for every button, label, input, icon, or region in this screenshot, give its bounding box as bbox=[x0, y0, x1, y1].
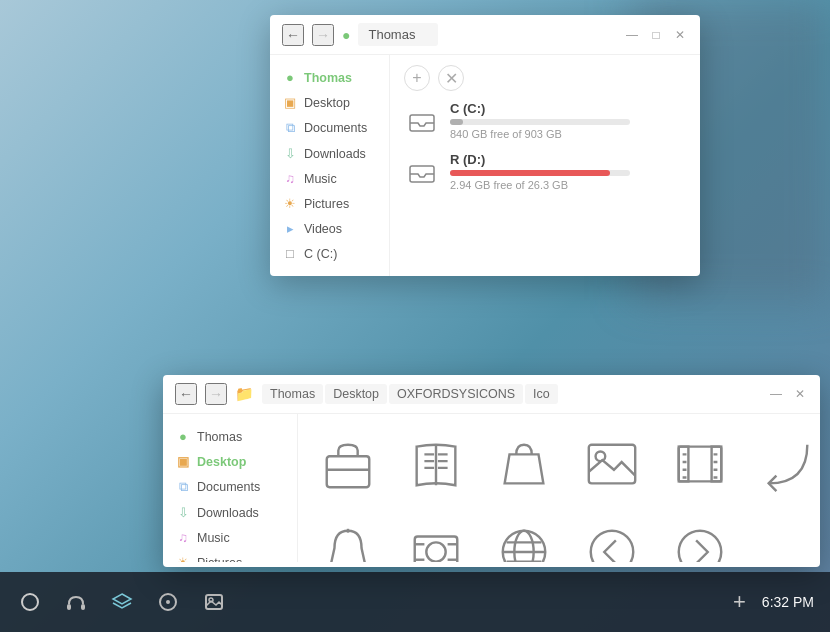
downloads-icon-b: ⇩ bbox=[175, 505, 191, 520]
forward-button[interactable]: → bbox=[312, 24, 334, 46]
icon-cell-arrow-right[interactable] bbox=[660, 512, 740, 562]
breadcrumb-items: Thomas Desktop OXFORDSYSICONS Ico bbox=[262, 384, 760, 404]
drive-c-bar-bg bbox=[450, 119, 630, 125]
svg-point-45 bbox=[591, 531, 634, 562]
svg-point-41 bbox=[514, 531, 533, 562]
titlebar-bottom: ← → 📁 Thomas Desktop OXFORDSYSICONS Ico … bbox=[163, 375, 820, 414]
svg-rect-19 bbox=[589, 445, 635, 484]
icon-cell-book[interactable] bbox=[396, 424, 476, 504]
icon-cell-filmstrip[interactable] bbox=[660, 424, 740, 504]
icon-cell-arrow-left[interactable] bbox=[572, 512, 652, 562]
main-content-bottom bbox=[298, 414, 820, 562]
breadcrumb-desktop[interactable]: Desktop bbox=[325, 384, 387, 404]
icon-cell-arrow-curve[interactable] bbox=[748, 424, 820, 504]
drive-c-name: C (C:) bbox=[450, 101, 686, 116]
taskbar-headphones-icon[interactable] bbox=[62, 588, 90, 616]
icon-cell-landscape[interactable] bbox=[572, 424, 652, 504]
drive-c-info: C (C:) 840 GB free of 903 GB bbox=[450, 101, 686, 140]
window-controls-bottom: — ✕ bbox=[768, 386, 808, 402]
documents-icon-b: ⧉ bbox=[175, 479, 191, 495]
forward-button-b[interactable]: → bbox=[205, 383, 227, 405]
music-icon-b: ♫ bbox=[175, 530, 191, 545]
sidebar-item-thomas-bottom[interactable]: ● Thomas bbox=[163, 424, 297, 449]
file-manager-window-top: ← → ● Thomas — □ ✕ ● Thomas ▣ Desktop ⧉ … bbox=[270, 15, 700, 276]
titlebar-top: ← → ● Thomas — □ ✕ bbox=[270, 15, 700, 55]
sidebar-bottom: ● Thomas ▣ Desktop ⧉ Documents ⇩ Downloa… bbox=[163, 414, 298, 562]
svg-rect-3 bbox=[67, 604, 71, 610]
back-button[interactable]: ← bbox=[282, 24, 304, 46]
documents-icon: ⧉ bbox=[282, 120, 298, 136]
drive-r-item[interactable]: R (D:) 2.94 GB free of 26.3 GB bbox=[404, 152, 686, 191]
sidebar-item-videos-top[interactable]: ▸ Videos bbox=[270, 216, 389, 241]
svg-rect-22 bbox=[679, 447, 689, 482]
sidebar-item-pictures-bottom[interactable]: ☀ Pictures bbox=[163, 550, 297, 562]
icons-grid bbox=[308, 424, 810, 562]
taskbar-clock: 6:32 PM bbox=[762, 594, 814, 610]
icon-cell-currency[interactable] bbox=[396, 512, 476, 562]
svg-point-2 bbox=[22, 594, 38, 610]
close-action-button[interactable]: ✕ bbox=[438, 65, 464, 91]
close-control-top[interactable]: ✕ bbox=[672, 27, 688, 43]
window-body-bottom: ● Thomas ▣ Desktop ⧉ Documents ⇩ Downloa… bbox=[163, 414, 820, 562]
taskbar-layers-icon[interactable] bbox=[108, 588, 136, 616]
add-action-button[interactable]: + bbox=[404, 65, 430, 91]
window-body-top: ● Thomas ▣ Desktop ⧉ Documents ⇩ Downloa… bbox=[270, 55, 700, 276]
icon-cell-globe[interactable] bbox=[484, 512, 564, 562]
back-button-b[interactable]: ← bbox=[175, 383, 197, 405]
inbox-icon-c bbox=[406, 105, 438, 137]
taskbar-compass-icon[interactable] bbox=[154, 588, 182, 616]
taskbar-circle-icon[interactable] bbox=[16, 588, 44, 616]
sidebar-item-pictures-top[interactable]: ☀ Pictures bbox=[270, 191, 389, 216]
sidebar-item-music-top[interactable]: ♫ Music bbox=[270, 166, 389, 191]
drive-r-name: R (D:) bbox=[450, 152, 686, 167]
svg-point-46 bbox=[679, 531, 722, 562]
sidebar-item-downloads-top[interactable]: ⇩ Downloads bbox=[270, 141, 389, 166]
sidebar-item-documents-top[interactable]: ⧉ Documents bbox=[270, 115, 389, 141]
taskbar-right: + 6:32 PM bbox=[733, 589, 814, 615]
breadcrumb-thomas[interactable]: Thomas bbox=[262, 384, 323, 404]
sidebar-item-downloads-bottom[interactable]: ⇩ Downloads bbox=[163, 500, 297, 525]
icon-cell-shopping-bag[interactable] bbox=[484, 424, 564, 504]
sidebar-item-thomas-top[interactable]: ● Thomas bbox=[270, 65, 389, 90]
inbox-icon-r bbox=[406, 156, 438, 188]
sidebar-item-drive-top[interactable]: □ C (C:) bbox=[270, 241, 389, 266]
taskbar-add-button[interactable]: + bbox=[733, 589, 746, 615]
desktop-icon: ▣ bbox=[282, 95, 298, 110]
breadcrumb-oxfordsysicons[interactable]: OXFORDSYSICONS bbox=[389, 384, 523, 404]
drive-r-icon bbox=[404, 154, 440, 190]
icon-cell-toolbox[interactable] bbox=[308, 424, 388, 504]
icon-cell-placeholder1 bbox=[748, 512, 820, 562]
sidebar-item-documents-bottom[interactable]: ⧉ Documents bbox=[163, 474, 297, 500]
drive-r-free: 2.94 GB free of 26.3 GB bbox=[450, 179, 686, 191]
window-controls-top: — □ ✕ bbox=[624, 27, 688, 43]
drive-r-info: R (D:) 2.94 GB free of 26.3 GB bbox=[450, 152, 686, 191]
svg-rect-4 bbox=[81, 604, 85, 610]
drive-c-item[interactable]: C (C:) 840 GB free of 903 GB bbox=[404, 101, 686, 140]
taskbar-image-icon[interactable] bbox=[200, 588, 228, 616]
sidebar-item-desktop-bottom[interactable]: ▣ Desktop bbox=[163, 449, 297, 474]
breadcrumb-ico[interactable]: Ico bbox=[525, 384, 558, 404]
pictures-icon-b: ☀ bbox=[175, 555, 191, 562]
maximize-control-top[interactable]: □ bbox=[648, 27, 664, 43]
sidebar-item-music-bottom[interactable]: ♫ Music bbox=[163, 525, 297, 550]
pictures-icon: ☀ bbox=[282, 196, 298, 211]
drive-r-bar-bg bbox=[450, 170, 630, 176]
drive-c-bar-fill bbox=[450, 119, 463, 125]
address-bar-top[interactable]: Thomas bbox=[358, 23, 438, 46]
minimize-control-top[interactable]: — bbox=[624, 27, 640, 43]
close-control-bottom[interactable]: ✕ bbox=[792, 386, 808, 402]
svg-point-20 bbox=[596, 451, 606, 461]
minimize-control-bottom[interactable]: — bbox=[768, 386, 784, 402]
drive-c-icon bbox=[404, 103, 440, 139]
icon-cell-bell[interactable] bbox=[308, 512, 388, 562]
videos-icon: ▸ bbox=[282, 221, 298, 236]
svg-point-35 bbox=[426, 542, 445, 561]
svg-rect-10 bbox=[327, 456, 370, 487]
location-icon-b: ● bbox=[175, 429, 191, 444]
svg-point-40 bbox=[503, 531, 546, 562]
drive-c-free: 840 GB free of 903 GB bbox=[450, 128, 686, 140]
sidebar-item-desktop-top[interactable]: ▣ Desktop bbox=[270, 90, 389, 115]
downloads-icon: ⇩ bbox=[282, 146, 298, 161]
taskbar-icons bbox=[16, 588, 733, 616]
file-manager-window-bottom: ← → 📁 Thomas Desktop OXFORDSYSICONS Ico … bbox=[163, 375, 820, 567]
